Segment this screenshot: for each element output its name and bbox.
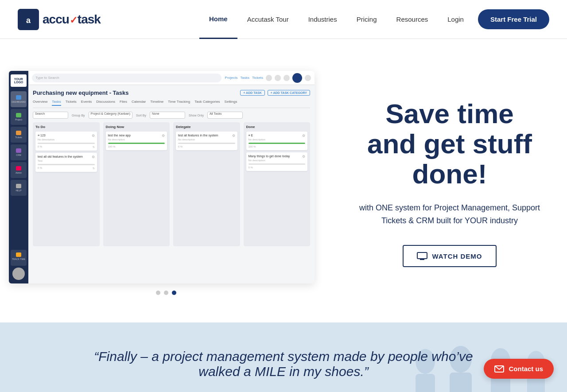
carousel-dots <box>9 291 323 295</box>
chat-icon <box>284 75 290 81</box>
search-tasks: Search <box>33 112 68 119</box>
svg-rect-2 <box>417 252 427 259</box>
admin-icon <box>16 166 21 171</box>
carousel-dot-1[interactable] <box>156 291 160 295</box>
tickets-link: Tickets <box>252 76 263 80</box>
card-gear-icon: ⚙ <box>92 134 95 138</box>
kanban-card: Many things to get done today ⚙ No descr… <box>246 152 308 171</box>
hero-section: YOURLOGO DASHBOARD Project Tickets <box>0 39 567 322</box>
show-only-select: All Tasks <box>207 112 243 119</box>
kanban-col-doing: Doing Now test the new app ⚙ No descript… <box>103 122 170 246</box>
star-icon <box>266 75 272 81</box>
nav-login[interactable]: Login <box>438 0 474 39</box>
kanban-card: ≡ E ⚙ No description 100 % <box>246 132 308 150</box>
tab-settings: Settings <box>225 100 237 106</box>
nav-industries[interactable]: Industries <box>299 0 347 39</box>
sidebar-track-time: TRACK TIME <box>11 250 27 266</box>
card-gear-icon: ⚙ <box>302 134 305 138</box>
track-time-icon <box>16 252 21 257</box>
topbar-icons: Projects Tasks Tickets <box>225 73 311 83</box>
tab-time-tracking: Time Tracking <box>168 100 190 106</box>
nav-resources[interactable]: Resources <box>387 0 438 39</box>
add-buttons: + ADD TASK + ADD TASK CATEGORY <box>240 90 310 96</box>
kanban-col-todo: To Do ≡ 123 ⚙ No description 0 %↻ <box>33 122 100 246</box>
logo[interactable]: a accu✓task <box>18 9 101 30</box>
kanban-col-delegate: Delegate test all features in the system… <box>173 122 240 246</box>
app-tabs: Overview Tasks Tickets Events Discussion… <box>33 100 310 108</box>
testimonial-text: “Finally – a project management system m… <box>84 349 483 379</box>
kanban-card: test all features in the system ⚙ No des… <box>176 132 237 150</box>
tab-files: Files <box>120 100 127 106</box>
card-gear-icon: ⚙ <box>232 134 235 138</box>
contact-us-button[interactable]: Contact us <box>484 359 554 379</box>
kanban-card: test the new app ⚙ No description 100 % <box>106 132 167 150</box>
kanban-col-done: Done ≡ E ⚙ No description 100 % <box>244 122 311 246</box>
notification-icon <box>275 75 281 81</box>
app-topbar: Type to Search Projects Tasks Tickets <box>28 71 315 85</box>
refresh-icon: ↻ <box>93 145 95 148</box>
logo-text: accu✓task <box>43 12 101 27</box>
settings-icon <box>305 75 311 81</box>
envelope-icon <box>494 365 504 373</box>
card-gear-icon: ⚙ <box>162 134 165 138</box>
sidebar-help: HELP <box>11 180 27 196</box>
tab-overview: Overview <box>33 100 47 106</box>
tab-task-categories: Task Categories <box>194 100 220 106</box>
nav-pricing[interactable]: Pricing <box>347 0 387 39</box>
app-main-content: Type to Search Projects Tasks Tickets <box>28 71 315 283</box>
main-nav: Home Accutask Tour Industries Pricing Re… <box>199 0 549 39</box>
nav-accutask-tour[interactable]: Accutask Tour <box>237 0 299 39</box>
app-sidebar: YOURLOGO DASHBOARD Project Tickets <box>9 71 28 283</box>
start-free-trial-button[interactable]: Start Free Trial <box>478 9 549 29</box>
hero-screenshot-area: YOURLOGO DASHBOARD Project Tickets <box>9 71 323 295</box>
carousel-dot-2[interactable] <box>164 291 168 295</box>
card-gear-icon: ⚙ <box>92 155 95 159</box>
sidebar-admin: Admin <box>11 162 27 178</box>
dashboard-icon <box>16 95 21 100</box>
add-category-button: + ADD TASK CATEGORY <box>268 90 310 96</box>
sort-by-select: None <box>150 112 185 119</box>
monitor-icon <box>417 252 427 260</box>
watch-demo-button[interactable]: WATCH DEMO <box>403 245 496 267</box>
user-menu <box>292 73 302 83</box>
tab-calendar: Calendar <box>132 100 146 106</box>
card-gear-icon: ⚙ <box>302 155 305 159</box>
kanban-card: test all old features in the system ⚙ Te… <box>35 153 97 172</box>
sidebar-dashboard: DASHBOARD <box>11 91 27 107</box>
help-icon <box>16 184 21 188</box>
tab-discussions: Discussions <box>96 100 115 106</box>
tasks-link: Tasks <box>241 76 249 80</box>
sidebar-project: Project <box>11 109 27 125</box>
hero-headline: Save time and get stuff done! <box>367 99 532 190</box>
app-search-bar: Type to Search <box>32 74 221 82</box>
add-task-button: + ADD TASK <box>240 90 264 96</box>
user-avatar <box>12 268 25 280</box>
tab-timeline: Timeline <box>150 100 163 106</box>
svg-text:a: a <box>26 16 31 25</box>
tab-tasks: Tasks <box>52 100 61 106</box>
testimonial-section: “Finally – a project management system m… <box>0 322 567 392</box>
hero-text-area: Save time and get stuff done! with ONE s… <box>341 90 549 276</box>
logo-check-icon: ✓ <box>70 15 77 26</box>
carousel-dot-3[interactable] <box>172 291 176 295</box>
hero-subheading: with ONE system for Project Management, … <box>359 202 540 227</box>
crm-icon <box>16 148 21 153</box>
app-screenshot: YOURLOGO DASHBOARD Project Tickets <box>9 71 315 283</box>
app-content-area: Purchasing new equipment - Tasks + ADD T… <box>28 85 315 283</box>
tab-tickets: Tickets <box>66 100 77 106</box>
refresh-icon: ↻ <box>93 167 95 170</box>
app-logo-small: YOURLOGO <box>11 74 27 87</box>
group-by-select: Project & Category (Kanban) <box>89 112 133 119</box>
nav-home[interactable]: Home <box>199 0 237 39</box>
tickets-icon <box>16 131 21 135</box>
kanban-filters: Search Group By Project & Category (Kanb… <box>33 112 310 119</box>
tab-events: Events <box>81 100 92 106</box>
kanban-card: ≡ 123 ⚙ No description 0 %↻ <box>35 132 97 151</box>
projects-link: Projects <box>225 76 238 80</box>
sidebar-tickets: Tickets <box>11 127 27 143</box>
header: a accu✓task Home Accutask Tour Industrie… <box>0 0 567 39</box>
kanban-board: To Do ≡ 123 ⚙ No description 0 %↻ <box>33 122 310 246</box>
sidebar-crm: CRM <box>11 144 27 160</box>
page-title-bar: Purchasing new equipment - Tasks + ADD T… <box>33 89 310 96</box>
project-icon <box>16 113 21 117</box>
